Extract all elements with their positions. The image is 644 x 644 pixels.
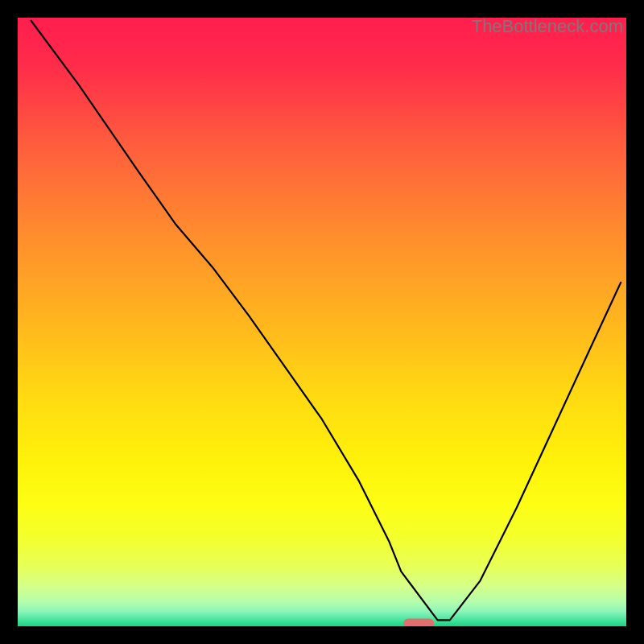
chart-frame: TheBottleneck.com bbox=[18, 18, 626, 626]
chart-plot-area: TheBottleneck.com bbox=[18, 18, 626, 626]
bottleneck-curve bbox=[31, 21, 621, 621]
chart-overlay bbox=[18, 18, 626, 626]
optimal-range-marker bbox=[403, 619, 434, 626]
